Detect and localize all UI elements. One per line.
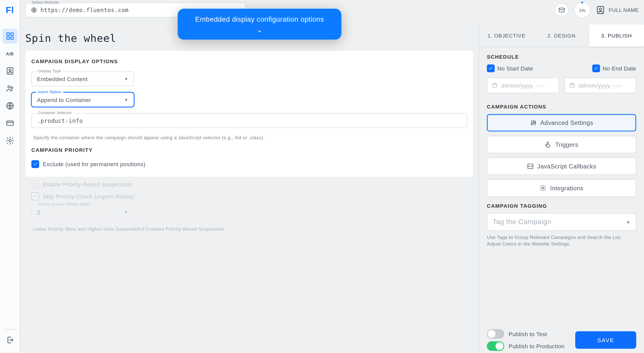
enable-suspension-checkbox: Enable Priority-Based Suspension [31, 180, 467, 188]
start-date-input[interactable]: dd/mm/yyyy, --:-- [487, 78, 559, 93]
sidebar: Fl A/B [0, 0, 20, 352]
no-start-date-checkbox[interactable]: No Start Date [487, 64, 533, 72]
svg-rect-9 [7, 121, 13, 125]
advanced-settings-button[interactable]: Advanced Settings [487, 114, 636, 131]
svg-point-18 [533, 121, 534, 122]
svg-rect-3 [11, 37, 13, 39]
svg-rect-2 [7, 37, 9, 39]
integrations-button[interactable]: Integrations [487, 179, 636, 197]
priority-level-select: Priority (Lower Priority Wins) 2 ▼ [31, 205, 134, 220]
nav-profile[interactable] [3, 63, 17, 78]
svg-point-14 [599, 8, 602, 11]
skip-priority-checkbox: Skip Priority Check (urgent display) [31, 192, 467, 200]
envelope-icon [558, 7, 565, 14]
insert-option-select[interactable]: Insert Option Append to Container ▼ [31, 92, 134, 107]
progress-badge[interactable]: 1% [574, 2, 591, 18]
logo[interactable]: Fl [0, 0, 20, 20]
triggers-button[interactable]: Triggers [487, 136, 636, 153]
tag-hint: Use Tags to Group Relevant Campaigns and… [487, 234, 636, 248]
exclude-checkbox[interactable]: Exclude (used for permanent positions) [31, 160, 467, 168]
user-menu[interactable]: FULL NAME [596, 5, 639, 15]
checkbox-icon [31, 160, 39, 168]
calendar-icon [569, 82, 575, 88]
user-icon [596, 5, 605, 15]
tooltip: Embedded display configuration options ⌄ [178, 9, 341, 40]
publish-prod-toggle[interactable]: Publish to Production [487, 341, 564, 351]
sliders-icon [530, 119, 537, 126]
nav-users[interactable] [3, 81, 17, 96]
right-panel: 1. OBJECTIVE 2. DESIGN 3. PUBLISH SCHEDU… [479, 24, 644, 353]
svg-point-17 [531, 123, 532, 125]
helper-text: Specify the container where the campaign… [31, 134, 467, 143]
svg-point-10 [9, 139, 11, 142]
priority-panel-extra: Enable Priority-Based Suspension Skip Pr… [25, 179, 473, 239]
right-panel-footer: Publish to Test Publish to Production SA… [479, 327, 644, 352]
code-icon [527, 163, 534, 170]
svg-rect-0 [7, 33, 9, 36]
end-date-input[interactable]: dd/mm/yyyy, --:-- [564, 78, 636, 93]
svg-point-6 [8, 86, 10, 88]
nav-logout[interactable] [3, 333, 17, 347]
display-options-panel: CAMPAIGN DISPLAY OPTIONS Display Type Em… [25, 51, 473, 177]
tab-objective[interactable]: 1. OBJECTIVE [479, 24, 534, 47]
checkbox-icon [31, 192, 39, 200]
nav-dashboard[interactable] [3, 29, 17, 44]
website-select-label: Select Website [30, 0, 61, 4]
tab-design[interactable]: 2. DESIGN [534, 24, 589, 47]
svg-rect-16 [570, 84, 574, 87]
calendar-icon [492, 82, 498, 88]
svg-point-19 [534, 122, 536, 123]
caret-icon: ▼ [124, 97, 128, 102]
svg-rect-15 [493, 84, 497, 87]
nav-globe[interactable] [3, 98, 17, 113]
save-button[interactable]: SAVE [575, 331, 636, 349]
gear-icon [540, 185, 547, 192]
globe-icon [31, 7, 37, 13]
step-tabs: 1. OBJECTIVE 2. DESIGN 3. PUBLISH [479, 24, 644, 47]
caret-icon: ▼ [626, 220, 630, 224]
website-select-value: https://demo.fluentos.com [41, 7, 129, 13]
no-end-date-checkbox[interactable]: No End Date [592, 64, 636, 72]
tag-select[interactable]: Tag the Campaign▼ [487, 213, 636, 231]
checkbox-icon [31, 180, 39, 188]
svg-rect-1 [11, 33, 13, 36]
caret-icon: ▼ [124, 76, 128, 81]
display-type-select[interactable]: Display Type Embedded Content ▼ [31, 72, 134, 86]
nav-billing[interactable] [3, 116, 17, 131]
nav-ab[interactable]: A/B [3, 46, 17, 61]
js-callbacks-button[interactable]: JavaScript Callbacks [487, 158, 636, 175]
container-selector-input[interactable]: Container Selector .product-info [31, 113, 467, 128]
publish-test-toggle[interactable]: Publish to Test [487, 329, 564, 339]
chevron-down-icon[interactable]: ⌄ [186, 25, 334, 35]
main: Spin the wheel CAMPAIGN DISPLAY OPTIONS … [20, 24, 479, 353]
svg-point-21 [542, 187, 544, 189]
svg-point-7 [11, 87, 13, 89]
messages-button[interactable] [555, 3, 569, 17]
tab-publish[interactable]: 3. PUBLISH [589, 24, 644, 47]
svg-point-5 [9, 69, 11, 72]
nav-settings[interactable] [3, 133, 17, 148]
tap-icon [545, 141, 552, 148]
